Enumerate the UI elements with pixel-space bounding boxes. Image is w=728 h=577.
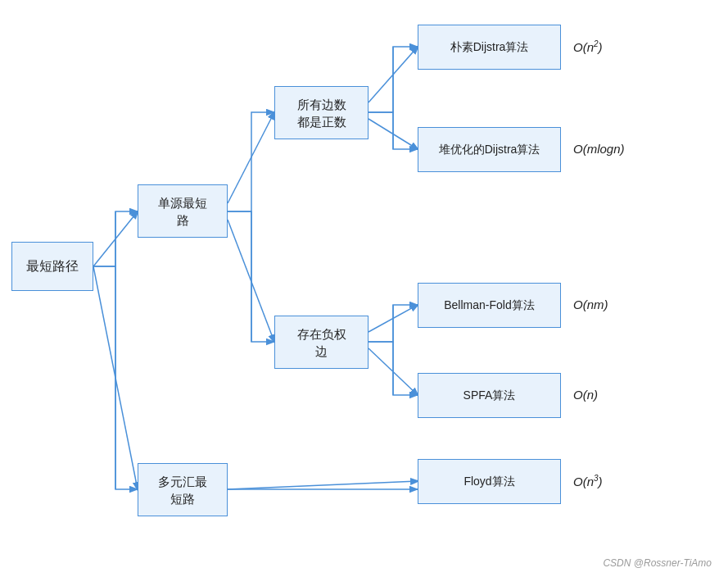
svg-line-8 bbox=[228, 481, 418, 489]
svg-line-5 bbox=[369, 119, 418, 149]
box-dijkstra-naive: 朴素Dijstra算法 bbox=[418, 25, 561, 70]
svg-line-4 bbox=[369, 47, 418, 102]
svg-line-1 bbox=[93, 266, 138, 489]
complexity-n: O(n) bbox=[573, 388, 598, 402]
box-spfa: SPFA算法 bbox=[418, 373, 561, 418]
svg-line-0 bbox=[93, 211, 138, 266]
box-root: 最短路径 bbox=[11, 242, 93, 291]
complexity-mlogn: O(mlogn) bbox=[573, 142, 625, 156]
complexity-nm: O(nm) bbox=[573, 298, 608, 311]
box-positive: 所有边数都是正数 bbox=[274, 86, 369, 139]
box-multi: 多元汇最短路 bbox=[138, 463, 228, 516]
svg-line-7 bbox=[369, 348, 418, 395]
svg-line-2 bbox=[228, 112, 274, 203]
svg-line-6 bbox=[369, 305, 418, 332]
box-bellman: Bellman-Fold算法 bbox=[418, 283, 561, 328]
svg-line-3 bbox=[228, 220, 274, 342]
complexity-n2: O(n2) bbox=[573, 39, 603, 54]
watermark: CSDN @Rossner-TiAmo bbox=[603, 557, 712, 569]
complexity-n3: O(n3) bbox=[573, 474, 603, 488]
box-single: 单源最短路 bbox=[138, 184, 228, 238]
box-negative: 存在负权边 bbox=[274, 316, 369, 369]
box-floyd: Floyd算法 bbox=[418, 459, 561, 504]
box-dijkstra-heap: 堆优化的Dijstra算法 bbox=[418, 127, 561, 172]
diagram: 最短路径 单源最短路 所有边数都是正数 存在负权边 多元汇最短路 朴素Dijst… bbox=[0, 0, 728, 577]
